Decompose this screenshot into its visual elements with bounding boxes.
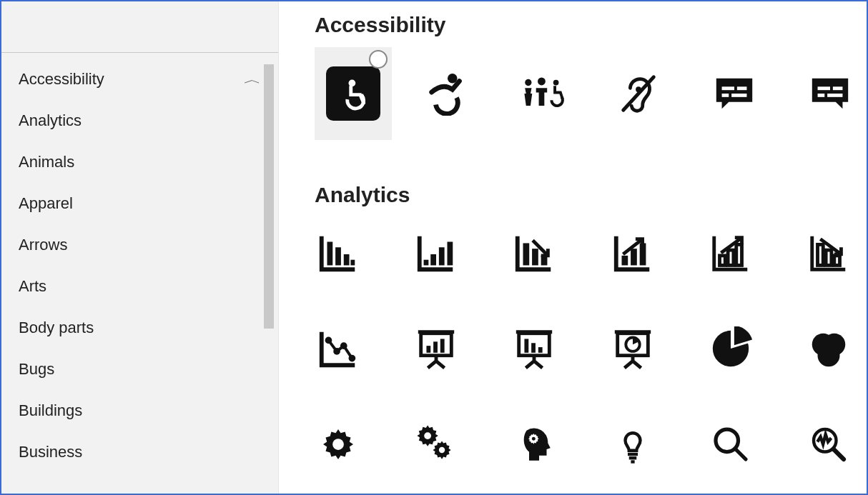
category-sidebar: Accessibility ︿ Analytics Animals Appare… xyxy=(1,1,279,494)
svg-rect-20 xyxy=(430,254,436,266)
analytics-icon-row-1 xyxy=(315,217,852,289)
people-accessible-icon[interactable] xyxy=(521,70,565,117)
svg-rect-14 xyxy=(827,94,842,97)
selection-marker-icon xyxy=(369,50,388,69)
sidebar-item-body-parts[interactable]: Body parts xyxy=(1,307,278,349)
svg-rect-32 xyxy=(818,244,824,265)
gears-icon[interactable] xyxy=(413,421,459,468)
sidebar-scrollbar[interactable] xyxy=(264,64,274,329)
svg-point-55 xyxy=(818,344,840,366)
svg-rect-21 xyxy=(439,247,445,265)
svg-rect-19 xyxy=(424,260,429,266)
sidebar-item-arts[interactable]: Arts xyxy=(1,266,278,307)
accessibility-icon-row xyxy=(315,47,852,140)
section-title-accessibility: Accessibility xyxy=(315,13,852,37)
sidebar-item-buildings[interactable]: Buildings xyxy=(1,390,278,431)
sidebar-scrollbar-thumb[interactable] xyxy=(264,64,274,329)
bar-chart-desc-icon[interactable] xyxy=(315,229,361,276)
analytics-icon-row-3 xyxy=(315,409,852,480)
bar-chart-asc-icon[interactable] xyxy=(413,229,459,276)
lightbulb-icon[interactable] xyxy=(609,421,656,468)
selected-icon-tile[interactable] xyxy=(315,47,392,140)
sidebar-item-apparel[interactable]: Apparel xyxy=(1,183,278,224)
svg-point-2 xyxy=(525,79,531,86)
sidebar-item-label: Arts xyxy=(19,277,46,296)
svg-rect-15 xyxy=(327,242,332,266)
bar-chart-down-arrow-icon[interactable] xyxy=(511,229,558,276)
svg-rect-29 xyxy=(719,256,725,266)
svg-rect-45 xyxy=(525,339,529,352)
sidebar-header-spacer xyxy=(1,1,278,53)
sidebar-item-label: Arrows xyxy=(19,236,67,254)
venn-icon[interactable] xyxy=(806,325,852,372)
presentation-bar-icon[interactable] xyxy=(413,325,459,372)
sidebar-item-arrows[interactable]: Arrows xyxy=(1,224,278,266)
sidebar-item-animals[interactable]: Animals xyxy=(1,141,278,183)
svg-rect-26 xyxy=(621,256,628,266)
svg-rect-30 xyxy=(728,250,734,265)
svg-rect-22 xyxy=(447,242,453,266)
icon-picker-window: Accessibility ︿ Analytics Animals Appare… xyxy=(0,0,868,495)
sidebar-item-label: Body parts xyxy=(19,319,94,337)
svg-line-66 xyxy=(834,449,844,459)
svg-point-3 xyxy=(538,78,546,86)
svg-rect-18 xyxy=(350,260,355,266)
magnifier-icon[interactable] xyxy=(707,421,754,468)
svg-point-57 xyxy=(424,432,431,439)
sidebar-item-label: Apparel xyxy=(19,194,73,213)
sidebar-item-bugs[interactable]: Bugs xyxy=(1,349,278,390)
svg-point-59 xyxy=(532,437,536,441)
wheelchair-symbol-icon xyxy=(326,66,380,121)
section-title-analytics: Analytics xyxy=(315,183,852,207)
bar-chart-arrow-outline2-icon[interactable] xyxy=(806,229,852,276)
presentation-bar2-icon[interactable] xyxy=(511,325,558,372)
bar-chart-arrow-outline-icon[interactable] xyxy=(707,229,754,276)
pie-chart-icon[interactable] xyxy=(707,325,754,372)
sidebar-item-label: Business xyxy=(19,443,82,461)
svg-rect-42 xyxy=(440,339,445,352)
sidebar-item-accessibility[interactable]: Accessibility ︿ xyxy=(1,59,278,100)
sidebar-item-label: Bugs xyxy=(19,360,54,379)
svg-rect-40 xyxy=(426,346,430,353)
sidebar-item-label: Accessibility xyxy=(19,70,104,89)
gear-icon[interactable] xyxy=(315,421,361,468)
svg-rect-47 xyxy=(538,347,543,353)
sidebar-item-label: Buildings xyxy=(19,401,82,420)
svg-rect-28 xyxy=(639,243,646,265)
chevron-up-icon: ︿ xyxy=(244,74,261,86)
category-list: Accessibility ︿ Analytics Animals Appare… xyxy=(1,53,278,494)
closed-caption-bubble-solid-icon[interactable] xyxy=(808,70,852,117)
svg-rect-13 xyxy=(818,94,825,97)
svg-point-58 xyxy=(439,447,445,453)
svg-rect-24 xyxy=(532,249,538,265)
analytics-icon-row-2 xyxy=(315,313,852,384)
svg-rect-33 xyxy=(826,250,832,265)
svg-rect-7 xyxy=(722,86,734,90)
sidebar-item-label: Animals xyxy=(19,153,74,171)
svg-rect-41 xyxy=(433,341,438,353)
svg-rect-23 xyxy=(523,243,530,265)
svg-rect-8 xyxy=(737,86,747,90)
svg-rect-46 xyxy=(531,343,536,353)
sidebar-item-analytics[interactable]: Analytics xyxy=(1,100,278,141)
sidebar-item-label: Analytics xyxy=(19,111,82,130)
svg-rect-10 xyxy=(731,94,746,97)
hearing-impaired-icon[interactable] xyxy=(616,70,661,117)
sidebar-item-business[interactable]: Business xyxy=(1,431,278,473)
icon-gallery-main: Accessibility xyxy=(279,1,867,494)
closed-caption-bubble-icon[interactable] xyxy=(712,70,756,117)
svg-rect-12 xyxy=(833,86,843,90)
presentation-pie-icon[interactable] xyxy=(609,325,656,372)
svg-rect-34 xyxy=(834,256,840,266)
svg-rect-16 xyxy=(335,247,341,265)
scatter-line-chart-icon[interactable] xyxy=(315,325,361,372)
svg-rect-9 xyxy=(722,94,729,97)
svg-rect-31 xyxy=(736,244,742,265)
svg-rect-17 xyxy=(343,254,349,266)
svg-rect-11 xyxy=(818,86,830,90)
bar-chart-up-arrow-icon[interactable] xyxy=(609,229,656,276)
magnifier-wave-icon[interactable] xyxy=(806,421,852,468)
accessible-motion-icon[interactable] xyxy=(425,70,469,117)
svg-rect-27 xyxy=(631,249,637,265)
head-gears-icon[interactable] xyxy=(511,421,558,468)
